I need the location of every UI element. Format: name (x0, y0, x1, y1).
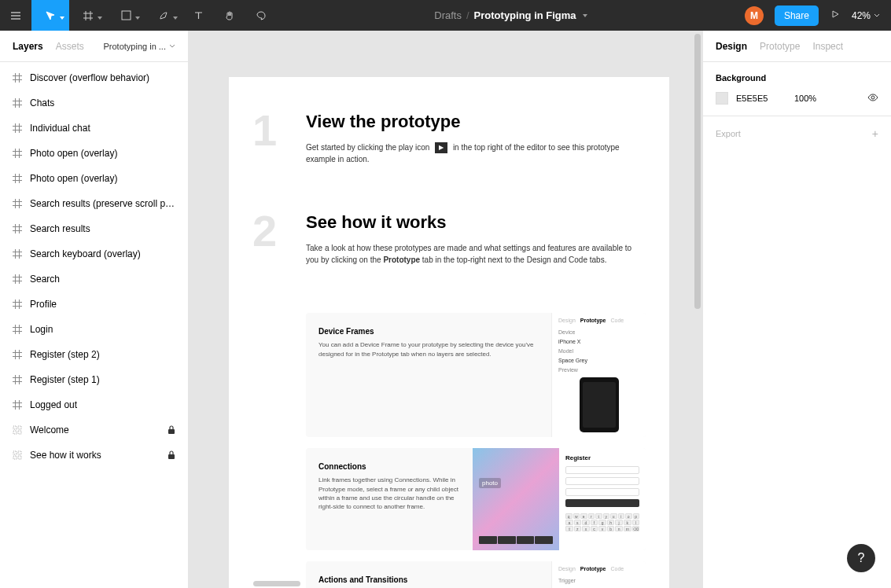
tab-assets[interactable]: Assets (56, 41, 84, 52)
frame-icon (13, 224, 22, 233)
layer-row[interactable]: Register (step 1) (0, 367, 188, 392)
frame-icon (13, 325, 22, 334)
card-text: Link frames together using Connections. … (318, 476, 460, 511)
card-title: Actions and Transitions (318, 575, 539, 584)
component-icon (13, 425, 22, 435)
svg-rect-7 (18, 451, 21, 454)
zoom-value: 42% (852, 10, 871, 21)
visibility-toggle[interactable] (867, 94, 878, 103)
layer-row[interactable]: Profile (0, 292, 188, 317)
card-preview-image: photo (473, 448, 559, 550)
menu-button[interactable] (0, 0, 31, 31)
step-number: 2 (252, 212, 293, 266)
canvas-frame[interactable]: 1 View the prototype Get started by clic… (229, 77, 669, 588)
layer-row[interactable]: Search results (0, 216, 188, 241)
layer-label: Register (step 2) (30, 349, 175, 360)
right-panel-tabs: Design Prototype Inspect (703, 31, 891, 62)
layer-row[interactable]: See how it works (0, 443, 188, 468)
layer-label: See how it works (30, 450, 160, 461)
layer-row[interactable]: Login (0, 317, 188, 342)
background-section: Background E5E5E5 100% (703, 62, 891, 116)
color-swatch[interactable] (716, 92, 728, 105)
left-panel: Layers Assets Prototyping in ... Discove… (0, 31, 189, 588)
add-export-button[interactable]: + (872, 127, 878, 140)
layer-row[interactable]: Search keyboard (overlay) (0, 241, 188, 266)
left-panel-tabs: Layers Assets Prototyping in ... (0, 31, 188, 62)
page-selector[interactable]: Prototyping in ... (104, 42, 176, 51)
pen-tool[interactable] (145, 0, 182, 31)
layer-row[interactable]: Search (0, 266, 188, 292)
export-label: Export (716, 129, 741, 138)
layer-row[interactable]: Register (step 2) (0, 342, 188, 367)
frame-icon (13, 350, 22, 359)
layer-row[interactable]: Individual chat (0, 116, 188, 141)
tab-inspect[interactable]: Inspect (812, 41, 843, 52)
svg-rect-9 (18, 456, 21, 459)
frame-icon (13, 400, 22, 410)
info-card-connections: Connections Link frames together using C… (306, 448, 646, 550)
breadcrumb-current[interactable]: Prototyping in Figma (474, 9, 576, 21)
canvas[interactable]: 1 View the prototype Get started by clic… (189, 31, 702, 588)
layer-label: Search (30, 274, 175, 285)
layer-label: Profile (30, 299, 175, 310)
info-card-actions: Actions and Transitions Actions tell whe… (306, 561, 646, 588)
svg-rect-10 (168, 454, 175, 459)
svg-rect-5 (168, 429, 175, 434)
play-icon: ▶ (435, 142, 447, 153)
svg-rect-3 (13, 431, 17, 434)
scrollbar-vertical[interactable] (694, 34, 701, 309)
present-button[interactable] (830, 9, 841, 23)
step-number: 1 (252, 112, 293, 165)
frame-tool[interactable] (69, 0, 107, 31)
help-button[interactable]: ? (847, 544, 875, 572)
layer-row[interactable]: Discover (overflow behavior) (0, 65, 188, 90)
scrollbar-horizontal[interactable] (253, 581, 300, 586)
tab-prototype[interactable]: Prototype (760, 41, 800, 52)
layer-label: Search results (preserve scroll po... (30, 198, 175, 209)
hex-input[interactable]: E5E5E5 (736, 94, 775, 103)
frame-icon (13, 375, 22, 384)
layer-row[interactable]: Welcome (0, 417, 188, 443)
right-panel: Design Prototype Inspect Background E5E5… (702, 31, 891, 588)
layer-row[interactable]: Chats (0, 90, 188, 116)
opacity-input[interactable]: 100% (794, 94, 816, 103)
step-description: Get started by clicking the play icon ▶ … (306, 141, 646, 165)
toolbar-left (0, 0, 277, 31)
zoom-control[interactable]: 42% (852, 10, 880, 21)
layer-label: Register (step 1) (30, 374, 175, 385)
frame-icon (13, 174, 22, 183)
info-card-device-frames: Device Frames You can add a Device Frame… (306, 313, 646, 437)
layer-label: Logged out (30, 399, 175, 410)
tab-design[interactable]: Design (716, 41, 747, 52)
breadcrumb-parent[interactable]: Drafts (434, 9, 462, 21)
hand-tool[interactable] (214, 0, 245, 31)
avatar[interactable]: M (745, 6, 764, 25)
comment-tool[interactable] (245, 0, 277, 31)
svg-rect-6 (13, 451, 17, 454)
lock-icon (168, 425, 175, 435)
text-tool[interactable] (182, 0, 214, 31)
layer-label: Individual chat (30, 123, 175, 134)
card-panel-preview: DesignPrototypeCode Trigger On Tap Actio… (551, 561, 646, 588)
toolbar-right: M Share 42% (745, 6, 891, 26)
layer-row[interactable]: Photo open (overlay) (0, 166, 188, 191)
chevron-down-icon[interactable] (583, 14, 587, 17)
share-button[interactable]: Share (775, 6, 819, 26)
frame-icon (13, 149, 22, 158)
layer-row[interactable]: Search results (preserve scroll po... (0, 191, 188, 216)
shape-tool[interactable] (107, 0, 145, 31)
layer-row[interactable]: Photo open (overlay) (0, 141, 188, 166)
tab-layers[interactable]: Layers (13, 41, 43, 52)
frame-icon (13, 199, 22, 208)
layer-label: Chats (30, 97, 175, 108)
step-title: View the prototype (306, 112, 646, 132)
breadcrumb[interactable]: Drafts / Prototyping in Figma (277, 9, 745, 21)
svg-rect-1 (13, 426, 17, 429)
section-label: Background (716, 73, 878, 83)
svg-rect-2 (18, 426, 21, 429)
move-tool[interactable] (31, 0, 69, 31)
layer-row[interactable]: Logged out (0, 392, 188, 417)
frame-icon (13, 98, 22, 108)
svg-rect-0 (122, 11, 131, 20)
step-title: See how it works (306, 212, 646, 233)
